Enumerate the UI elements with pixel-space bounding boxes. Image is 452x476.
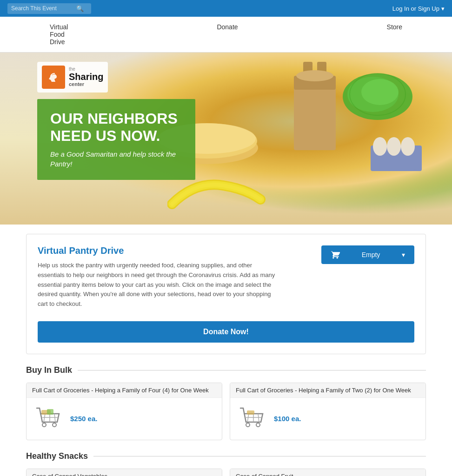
search-input[interactable] [11,5,76,12]
snacks-section-heading: Healthy Snacks [26,451,426,461]
login-label: Log In or Sign Up [392,5,439,12]
hero-banana-decoration [167,176,270,215]
svg-line-26 [247,414,249,422]
product-price-bulk-1: $250 ea. [70,415,97,423]
svg-point-4 [296,70,333,81]
svg-point-30 [256,423,260,427]
svg-point-29 [246,423,250,427]
svg-point-21 [42,423,46,427]
svg-line-20 [54,414,55,422]
svg-point-22 [53,423,56,427]
product-card-body-bulk-2: $100 ea. [230,398,425,440]
product-card-header-canned-fruit: Case of Canned Fruit [230,469,425,476]
svg-point-7 [361,79,399,105]
search-box[interactable]: 🔍 [7,3,91,14]
main-nav: Virtual Food Drive Donate Store [0,17,452,53]
hero-subtext: Be a Good Samaritan and help stock the P… [50,149,182,169]
pantry-header: Virtual Pantry Drive Help us stock the p… [38,245,414,309]
bulk-section-heading: Buy In Bulk [26,365,426,375]
donate-now-button[interactable]: Donate Now! [38,321,414,343]
hero-headline: OUR NEIGHBORS NEED US NOW. [50,110,182,145]
svg-point-15 [401,137,415,156]
cart-icon [331,250,340,259]
hero-banner: the the Sharing center Sharing center OU… [0,53,452,225]
snacks-product-grid: Case of Canned Vegetables [26,469,426,476]
product-card-header-bulk-2: Full Cart of Groceries - Helping a Famil… [230,383,425,398]
login-button[interactable]: Log In or Sign Up ▾ [392,5,445,12]
product-card-bulk-2[interactable]: Full Cart of Groceries - Helping a Famil… [230,383,426,440]
product-card-canned-veg[interactable]: Case of Canned Vegetables [26,469,222,476]
logo-area: the the Sharing center Sharing center [37,62,108,93]
hero-lettuce-decoration [340,71,415,124]
product-card-body-bulk-1: $250 ea. [27,398,222,440]
svg-line-28 [258,414,259,422]
svg-point-13 [373,137,387,156]
product-card-bulk-1[interactable]: Full Cart of Groceries - Helping a Famil… [26,383,222,440]
logo-text: the the Sharing center Sharing center [69,66,103,87]
hero-eggs-decoration [368,136,424,175]
pantry-description: Help us stock the pantry with urgently n… [38,261,279,309]
product-card-canned-fruit[interactable]: Case of Canned Fruit FRUIT [230,469,426,476]
product-card-header-bulk-1: Full Cart of Groceries - Helping a Famil… [27,383,222,398]
main-content: Virtual Pantry Drive Help us stock the p… [17,225,435,476]
pantry-title: Virtual Pantry Drive [38,245,279,256]
search-icon: 🔍 [76,5,84,12]
top-bar: 🔍 Log In or Sign Up ▾ [0,0,452,17]
nav-item-virtual-food-drive[interactable]: Virtual Food Drive [0,17,142,52]
svg-line-18 [44,414,45,422]
svg-point-14 [387,137,401,156]
product-card-header-canned-veg: Case of Canned Vegetables [27,469,222,476]
pantry-info: Virtual Pantry Drive Help us stock the p… [38,245,279,309]
svg-rect-24 [47,409,53,415]
nav-item-store[interactable]: Store [312,17,452,52]
cart-chevron-icon: ▾ [402,251,405,258]
snacks-section: Healthy Snacks Case of Canned Vegetables [26,451,426,476]
hero-bag-decoration [289,62,340,150]
cart-label: Empty [362,251,380,258]
pantry-section: Virtual Pantry Drive Help us stock the p… [26,234,426,354]
product-image-bulk-2 [236,403,268,434]
bulk-product-grid: Full Cart of Groceries - Helping a Famil… [26,383,426,440]
svg-rect-31 [247,410,254,415]
product-price-bulk-2: $100 ea. [274,415,301,423]
chevron-down-icon: ▾ [441,5,445,12]
hero-text-box: OUR NEIGHBORS NEED US NOW. Be a Good Sam… [37,99,195,180]
bulk-section: Buy In Bulk Full Cart of Groceries - Hel… [26,365,426,440]
logo-icon [42,66,65,89]
cart-button[interactable]: Empty ▾ [321,245,414,264]
product-image-bulk-1 [32,403,65,434]
nav-item-donate[interactable]: Donate [142,17,312,52]
